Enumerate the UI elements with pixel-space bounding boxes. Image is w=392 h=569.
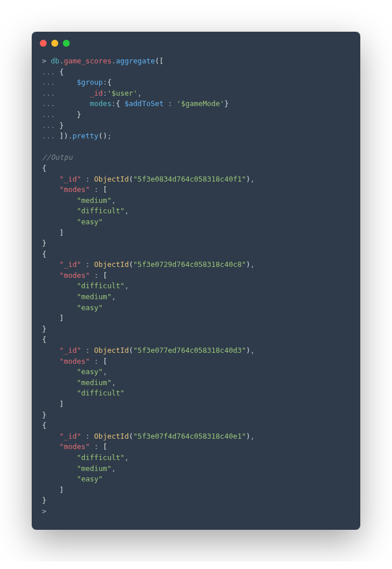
terminal-window: > db.game_scores.aggregate([ ... { ... $… bbox=[32, 32, 360, 530]
maximize-icon[interactable] bbox=[63, 40, 70, 47]
close-icon[interactable] bbox=[40, 40, 47, 47]
terminal-output: > db.game_scores.aggregate([ ... { ... $… bbox=[32, 48, 360, 530]
window-titlebar bbox=[32, 32, 360, 48]
minimize-icon[interactable] bbox=[51, 40, 58, 47]
